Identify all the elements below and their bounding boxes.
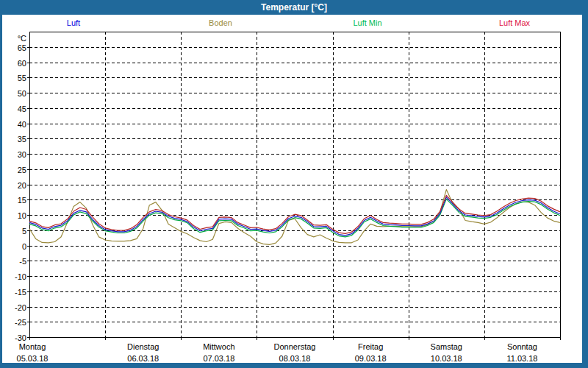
y-tick-label: -5	[19, 257, 26, 266]
y-tick-label: 50	[18, 89, 26, 98]
y-tick-label: 35	[18, 135, 26, 144]
y-tick-label: 20	[18, 181, 26, 190]
y-tick-label: 5	[22, 227, 26, 236]
y-tick-label: -10	[15, 272, 26, 281]
legend-item-luft-max[interactable]: Luft Max	[499, 18, 530, 27]
x-day-label: Donnerstag	[274, 342, 316, 351]
app-window: 65605550454035302520151050-5-10-15-20-25…	[0, 0, 588, 368]
legend-item-luft-min[interactable]: Luft Min	[353, 18, 381, 27]
y-tick-label: 55	[18, 74, 26, 82]
y-tick-label: 10	[18, 211, 26, 220]
x-day-label: Montag	[19, 342, 46, 351]
y-tick-label: -25	[15, 318, 26, 327]
y-tick-label: -20	[15, 303, 26, 312]
window-border-bottom	[0, 363, 588, 368]
title-bar[interactable]: Temperatur [°C]	[0, 0, 588, 15]
x-date-label: 10.03.18	[431, 354, 462, 363]
x-date-label: 11.03.18	[506, 354, 537, 363]
x-day-label: Sonntag	[507, 342, 537, 351]
x-date-label: 06.03.18	[127, 354, 159, 363]
series-line-luft-min	[29, 199, 560, 237]
x-date-label: 09.03.18	[355, 354, 387, 363]
series-line-luft	[29, 197, 560, 236]
temperature-chart: 65605550454035302520151050-5-10-15-20-25…	[0, 0, 588, 368]
legend-item-boden[interactable]: Boden	[209, 18, 232, 27]
x-date-label: 05.03.18	[17, 354, 49, 363]
y-tick-label: 45	[18, 105, 26, 113]
y-tick-label: 30	[18, 150, 26, 159]
chart-legend: LuftBodenLuft MinLuft Max	[0, 18, 588, 29]
x-date-label: 07.03.18	[203, 354, 234, 363]
y-tick-label: 40	[18, 120, 26, 129]
x-day-label: Mittwoch	[203, 342, 234, 351]
y-tick-label: 65	[18, 43, 26, 52]
window-title: Temperatur [°C]	[261, 2, 327, 13]
y-tick-label: 15	[18, 196, 26, 205]
y-tick-label: 60	[18, 59, 26, 68]
window-border-left	[0, 15, 2, 368]
y-axis-unit-label: °C	[18, 34, 26, 43]
y-tick-label: -30	[15, 333, 26, 342]
y-tick-label: 0	[22, 242, 26, 251]
y-tick-label: -15	[15, 288, 26, 297]
x-day-label: Samstag	[431, 342, 462, 351]
x-day-label: Freitag	[358, 342, 383, 351]
window-border-right	[582, 15, 588, 368]
x-date-label: 08.03.18	[279, 354, 311, 363]
legend-item-luft[interactable]: Luft	[67, 18, 80, 27]
y-tick-label: 25	[18, 166, 26, 174]
series-line-luft-max	[29, 195, 560, 233]
x-day-label: Dienstag	[127, 342, 159, 351]
